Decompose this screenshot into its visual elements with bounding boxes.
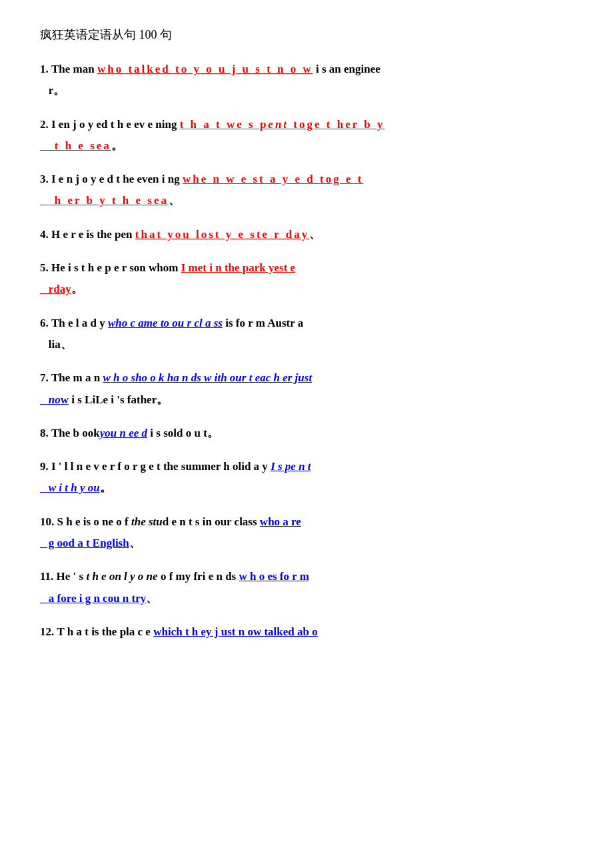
sentence-num-11: 11.	[40, 570, 53, 583]
s2-p1: I en j o y ed t h e ev e ning	[51, 118, 180, 131]
s12-p1: T h a t is the pla c e	[57, 625, 154, 638]
sentence-num-8: 8.	[40, 427, 49, 439]
sentence-3: 3. I e n j o y e d t he even i ng whe n …	[40, 169, 573, 212]
sentence-4: 4. H e r e is the pen that you lost y e …	[40, 224, 573, 245]
s12-clause: which t h ey j ust n ow talked ab o	[153, 625, 318, 638]
sentence-2: 2. I en j o y ed t h e ev e ning t h a t…	[40, 114, 573, 157]
s1-clause: who talked to y o u j u s t n o w	[97, 63, 313, 75]
s5-p2: 。	[71, 283, 83, 295]
sentence-num-7: 7.	[40, 371, 49, 384]
sentence-num-4: 4.	[40, 228, 49, 241]
s11-p2: 、	[146, 592, 157, 605]
sentence-10: 10. S h e is o ne o f the stud e n t s i…	[40, 511, 573, 555]
s4-clause: that you lost y e ste r day	[135, 228, 310, 241]
sentence-5: 5. He i s t h e p e r son whom I met i n…	[40, 257, 573, 301]
s2-p2: 。	[111, 139, 123, 152]
sentence-num-9: 9.	[40, 460, 49, 473]
s5-p1: He i s t h e p e r son whom	[51, 261, 181, 274]
sentence-7: 7. The m a n w h o sho o k ha n ds w ith…	[40, 367, 573, 411]
s3-p1: I e n j o y e d t he even i ng	[51, 173, 183, 185]
sentence-num-12: 12.	[40, 625, 54, 638]
s4-p1: H e r e is the pen	[51, 228, 135, 241]
sentence-8: 8. The b ookyou n ee d i s sold o u t。	[40, 423, 573, 444]
s6-p1: Th e l a d y	[51, 317, 108, 329]
sentence-12: 12. T h a t is the pla c e which t h ey …	[40, 621, 573, 643]
s11-p1: He ' s t h e on l y o ne o f my fri e n …	[57, 570, 239, 583]
sentence-6: 6. Th e l a d y who c ame to ou r cl a s…	[40, 313, 573, 356]
s10-p1: S h e is o ne o f the stud e n t s in ou…	[57, 515, 260, 528]
s3-p2: 、	[169, 194, 180, 207]
sentence-num-1: 1.	[40, 63, 49, 75]
s4-p2: 、	[309, 228, 320, 241]
s9-p1: I ' l l n e v e r f o r g e t the summer…	[51, 460, 271, 473]
sentence-num-10: 10.	[40, 515, 54, 528]
s7-p2: i s LiLe i 's father。	[69, 393, 168, 406]
sentence-num-3: 3.	[40, 173, 49, 185]
sentence-num-6: 6.	[40, 317, 49, 329]
page-title: 疯狂英语定语从句 100 句	[40, 27, 573, 43]
sentence-num-5: 5.	[40, 261, 49, 274]
sentence-9: 9. I ' l l n e v e r f o r g e t the sum…	[40, 456, 573, 499]
s10-p2: 、	[129, 537, 141, 549]
s1-p1: The man	[51, 63, 97, 75]
s8-p2: i s sold o u t。	[147, 427, 219, 439]
s8-p1: The b ook	[51, 427, 100, 439]
sentence-1: 1. The man who talked to y o u j u s t n…	[40, 59, 573, 102]
sentences-list: 1. The man who talked to y o u j u s t n…	[40, 59, 573, 643]
s9-p2: 。	[100, 481, 111, 494]
s7-clause2: w	[61, 393, 69, 406]
s7-p1: The m a n	[51, 371, 103, 384]
sentence-11: 11. He ' s t h e on l y o ne o f my fri …	[40, 566, 573, 609]
s6-clause: who c ame to ou r cl a ss	[108, 317, 223, 329]
s8-clause: you n ee d	[100, 427, 147, 439]
sentence-num-2: 2.	[40, 118, 49, 131]
